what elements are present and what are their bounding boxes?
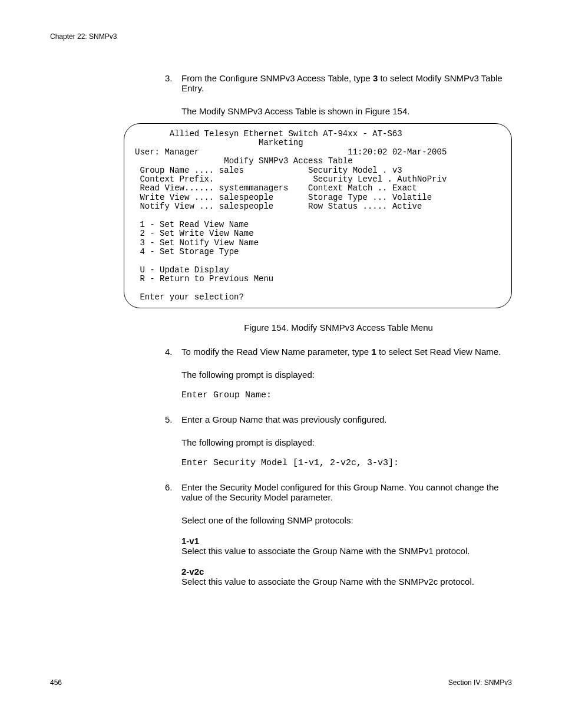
step-bold: 3 — [373, 73, 378, 83]
step-text: Enter the Security Model configured for … — [181, 482, 499, 502]
step-4: 4. To modify the Read View Name paramete… — [165, 347, 512, 400]
term-m1: 1 - Set Read View Name — [135, 220, 249, 229]
prompt-text: Enter Security Model [1-v1, 2-v2c, 3-v3]… — [181, 458, 512, 468]
step-text: Enter a Group Name that was previously c… — [181, 414, 387, 424]
page-number: 456 — [50, 678, 62, 687]
option-2-head: 2-v2c — [181, 566, 512, 577]
step-body: Enter a Group Name that was previously c… — [181, 414, 512, 468]
term-row4r: Storage Type ... Volatile — [308, 193, 432, 202]
document-page: Chapter 22: SNMPv3 3. From the Configure… — [0, 0, 562, 728]
step-follow: The following prompt is displayed: — [181, 370, 512, 380]
term-row1l: Group Name .... sales — [135, 166, 244, 175]
term-row4l: Write View .... salespeople — [135, 193, 273, 202]
term-m2: 2 - Set Write View Name — [135, 229, 254, 238]
step-3: 3. From the Configure SNMPv3 Access Tabl… — [165, 73, 512, 116]
term-row5r: Row Status ..... Active — [308, 202, 422, 211]
term-row2l: Context Prefix. — [135, 174, 214, 184]
terminal-figure: Allied Telesyn Ethernet Switch AT-94xx -… — [124, 123, 512, 308]
step-follow: The following prompt is displayed: — [181, 437, 512, 447]
chapter-header: Chapter 22: SNMPv3 — [50, 32, 512, 41]
option-1-body: Select this value to associate the Group… — [181, 546, 512, 556]
prompt-text: Enter Group Name: — [181, 390, 512, 400]
content-column: 3. From the Configure SNMPv3 Access Tabl… — [165, 73, 512, 116]
page-footer: 456 Section IV: SNMPv3 — [50, 678, 512, 687]
term-row3l: Read View...... systemmanagers — [135, 183, 288, 193]
term-timestamp: 11:20:02 02-Mar-2005 — [348, 147, 447, 157]
term-sel: Enter your selection? — [135, 292, 244, 302]
section-label: Section IV: SNMPv3 — [448, 678, 512, 687]
step-body: To modify the Read View Name parameter, … — [181, 347, 512, 400]
term-user: User: Manager — [135, 147, 199, 157]
term-m4: 4 - Set Storage Type — [135, 247, 239, 256]
term-line2: Marketing — [135, 138, 303, 147]
terminal-screen: Allied Telesyn Ethernet Switch AT-94xx -… — [124, 123, 512, 308]
term-row2r: Security Level . AuthNoPriv — [313, 174, 447, 184]
step-number: 5. — [165, 414, 181, 468]
term-mu: U - Update Display — [135, 265, 229, 275]
term-row3r: Context Match .. Exact — [308, 183, 417, 193]
step-text-a: From the Configure SNMPv3 Access Table, … — [181, 73, 373, 83]
figure-caption: Figure 154. Modify SNMPv3 Access Table M… — [165, 322, 512, 332]
step-number: 4. — [165, 347, 181, 400]
step-6: 6. Enter the Security Model configured f… — [165, 482, 512, 587]
option-2-body: Select this value to associate the Group… — [181, 577, 512, 587]
step-follow: The Modify SNMPv3 Access Table is shown … — [181, 106, 512, 116]
term-row5l: Notify View ... salespeople — [135, 202, 273, 211]
content-column-2: Figure 154. Modify SNMPv3 Access Table M… — [165, 322, 512, 587]
step-text-a: To modify the Read View Name parameter, … — [181, 347, 371, 357]
step-5: 5. Enter a Group Name that was previousl… — [165, 414, 512, 468]
step-follow: Select one of the following SNMP protoco… — [181, 515, 512, 525]
term-row1r: Security Model . v3 — [308, 166, 402, 175]
step-text-b: to select Set Read View Name. — [376, 347, 501, 357]
step-number: 3. — [165, 73, 181, 116]
term-mr: R - Return to Previous Menu — [135, 274, 273, 284]
term-m3: 3 - Set Notify View Name — [135, 238, 259, 248]
term-line1: Allied Telesyn Ethernet Switch AT-94xx -… — [135, 129, 402, 139]
term-title: Modify SNMPv3 Access Table — [135, 156, 353, 166]
step-bold: 1 — [371, 347, 376, 357]
step-body: From the Configure SNMPv3 Access Table, … — [181, 73, 512, 116]
step-number: 6. — [165, 482, 181, 587]
option-1-head: 1-v1 — [181, 536, 512, 546]
step-body: Enter the Security Model configured for … — [181, 482, 512, 587]
